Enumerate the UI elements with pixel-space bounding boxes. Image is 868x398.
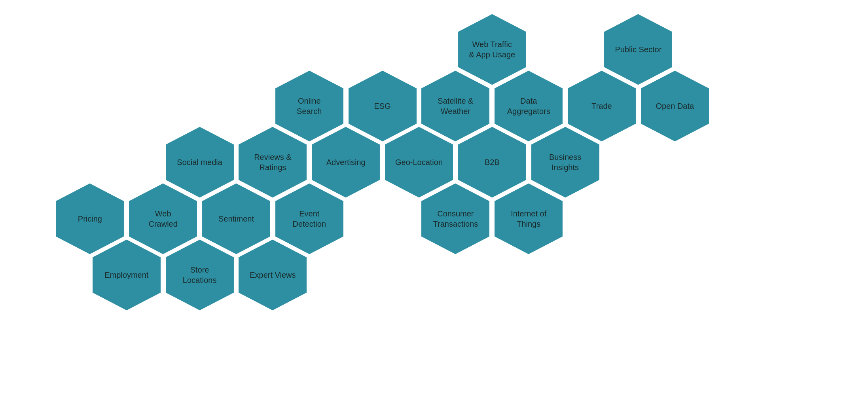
hex-public-sector[interactable]: Public Sector: [597, 12, 680, 87]
svg-marker-16: [348, 70, 417, 142]
hex-social-media[interactable]: Social media: [158, 125, 241, 200]
svg-marker-7: [165, 239, 234, 311]
svg-marker-22: [604, 13, 673, 85]
hex-web-traffic[interactable]: Web Traffic & App Usage: [451, 12, 534, 87]
hex-esg[interactable]: ESG: [341, 68, 424, 144]
hexagon-grid: PricingWeb CrawledSentimentEvent Detecti…: [0, 0, 868, 398]
hex-online-search[interactable]: Online Search: [268, 68, 351, 144]
hex-store-locations[interactable]: Store Locations: [158, 237, 241, 313]
svg-marker-15: [275, 70, 344, 142]
svg-marker-9: [165, 126, 234, 198]
hex-employment[interactable]: Employment: [85, 237, 168, 313]
svg-marker-21: [457, 13, 527, 85]
svg-marker-8: [238, 239, 307, 311]
hex-expert-views[interactable]: Expert Views: [231, 237, 314, 313]
svg-marker-6: [92, 239, 161, 311]
